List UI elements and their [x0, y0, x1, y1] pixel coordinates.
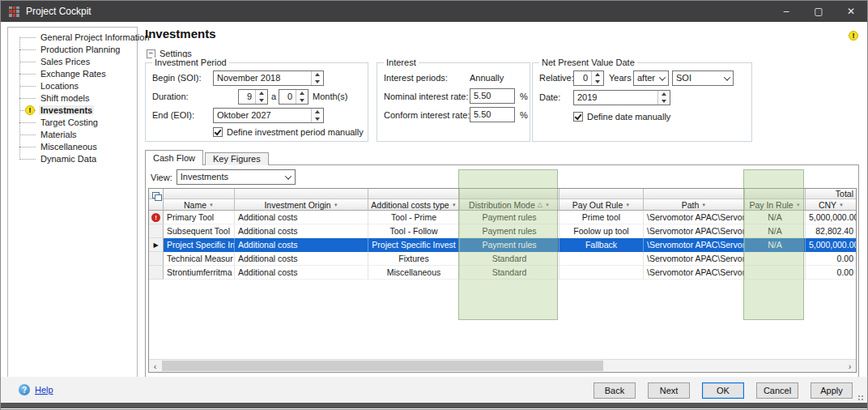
table-row[interactable]: Subsequent ToolAdditional costsTool - Fo…	[149, 224, 856, 238]
relative-label: Relative:	[539, 73, 574, 83]
spinner-arrows-icon[interactable]	[591, 71, 603, 85]
column-header-pay-in-rule[interactable]: Pay In Rule▼	[745, 199, 806, 211]
sidebar-item-exchange-rates[interactable]: Exchange Rates	[8, 68, 137, 80]
row-header-cell[interactable]	[149, 266, 164, 280]
sidebar-item-shift-models[interactable]: Shift models	[8, 92, 137, 105]
sidebar-item-target-costing[interactable]: Target Costing	[8, 117, 137, 129]
spinner-arrows-icon[interactable]	[296, 90, 308, 104]
filter-icon[interactable]: ▼	[452, 203, 457, 207]
scroll-left-icon[interactable]: ‹	[149, 360, 161, 372]
column-header-additional-costs-type[interactable]: Additional costs type▼	[368, 199, 460, 211]
begin-soi-spinner[interactable]: November 2018	[213, 70, 324, 86]
filter-icon[interactable]: ▼	[545, 203, 550, 207]
relative-spinner[interactable]: 0	[573, 70, 604, 86]
column-header-label: Name	[184, 200, 206, 210]
column-header-pay-out-rule[interactable]: Pay Out Rule▼	[560, 199, 644, 211]
cell-additional-costs-type: Tool - Prime	[368, 211, 460, 224]
close-icon[interactable]: ✕	[835, 1, 867, 22]
sidebar-item-investments[interactable]: !Investments	[8, 105, 137, 117]
help-label[interactable]: Help	[35, 385, 53, 395]
sidebar-item-general-project-information[interactable]: General Project Information	[8, 32, 137, 44]
table-row[interactable]: !Primary ToolAdditional costsTool - Prim…	[149, 211, 856, 224]
table-row[interactable]: ▶Project Specific InAdditional costsProj…	[149, 238, 856, 252]
chevron-down-icon[interactable]	[656, 71, 668, 85]
spinner-arrows-icon[interactable]	[657, 91, 670, 105]
nominal-rate-field[interactable]: 5.50	[470, 88, 515, 104]
chevron-down-icon[interactable]	[721, 71, 733, 85]
scroll-right-icon[interactable]: ›	[844, 360, 856, 372]
tab-cash-flow[interactable]: Cash Flow	[145, 150, 203, 165]
sidebar-item-materials[interactable]: Materials	[8, 129, 137, 141]
filter-icon[interactable]: ▼	[701, 203, 706, 207]
spinner-arrows-icon[interactable]	[311, 109, 323, 122]
cell-name: Project Specific In	[164, 238, 235, 252]
help-link[interactable]: ? Help	[19, 384, 53, 395]
row-header-cell[interactable]	[149, 224, 164, 238]
sidebar-item-miscellaneous[interactable]: Miscellaneous	[8, 141, 137, 153]
group-title: Investment Period	[152, 58, 229, 67]
sidebar-item-label: Investments	[39, 105, 94, 115]
end-eoi-spinner[interactable]: Oktober 2027	[213, 108, 324, 123]
sidebar-item-label: Exchange Rates	[39, 69, 108, 79]
reference-dropdown[interactable]: SOI	[672, 70, 734, 86]
view-row: View: Investments	[151, 169, 296, 185]
tab-key-figures[interactable]: Key Figures	[205, 152, 269, 165]
filter-icon[interactable]: ▼	[796, 203, 801, 207]
horizontal-scrollbar[interactable]: ‹ ›	[149, 359, 856, 372]
column-header-label: Path	[682, 200, 700, 210]
sidebar-item-locations[interactable]: Locations	[8, 80, 137, 92]
duration-years-spinner[interactable]: 9	[238, 89, 268, 105]
cell-path: \Servomotor APAC\Servomotor\ZB	[644, 252, 745, 266]
ok-button[interactable]: OK	[702, 382, 744, 399]
relative-value: 0	[574, 71, 591, 85]
help-icon: ?	[19, 384, 30, 395]
after-before-dropdown[interactable]: after	[633, 70, 669, 86]
apply-button[interactable]: Apply	[811, 382, 853, 399]
spinner-arrows-icon[interactable]	[255, 90, 267, 104]
cell-distribution-mode: Payment rules	[460, 224, 560, 238]
filter-icon[interactable]: ▼	[334, 203, 338, 207]
date-spinner[interactable]: 2019	[573, 90, 670, 105]
view-label: View:	[151, 173, 172, 182]
column-header-name[interactable]: Name▼	[164, 199, 235, 211]
next-button[interactable]: Next	[648, 382, 690, 399]
cancel-button[interactable]: Cancel	[756, 382, 798, 399]
maximize-icon[interactable]: ▢	[802, 1, 835, 22]
sidebar-item-production-planning[interactable]: Production Planning	[8, 44, 137, 56]
table-row[interactable]: StrontiumferritmaAdditional costsMiscell…	[149, 266, 856, 280]
sidebar-item-sales-prices[interactable]: Sales Prices	[8, 56, 137, 68]
column-header-distribution-mode[interactable]: Distribution Mode△▼	[460, 199, 560, 211]
sort-asc-icon[interactable]: △	[538, 201, 542, 208]
cell-pay-in-rule: N/A	[745, 211, 806, 224]
back-button[interactable]: Back	[594, 382, 636, 399]
filter-icon[interactable]: ▼	[625, 203, 630, 207]
duration-label: Duration:	[152, 92, 189, 101]
row-header-cell[interactable]: !	[149, 211, 164, 224]
duration-years-value: 9	[239, 90, 255, 104]
filter-icon[interactable]: ▼	[839, 203, 844, 207]
scrollbar-thumb[interactable]	[162, 361, 603, 371]
column-header-path[interactable]: Path▼	[644, 199, 745, 211]
duration-months-spinner[interactable]: 0	[279, 89, 308, 105]
card-view-icon[interactable]	[152, 192, 162, 201]
filter-icon[interactable]: ▼	[209, 203, 214, 207]
column-header-cny[interactable]: CNY▼	[806, 199, 857, 211]
view-dropdown[interactable]: Investments	[177, 169, 296, 185]
cell-cny: 0.00	[806, 266, 857, 280]
define-date-checkbox[interactable]	[573, 112, 583, 122]
column-header-investment-origin[interactable]: Investment Origin▼	[235, 199, 368, 211]
minimize-icon[interactable]: –	[770, 1, 802, 22]
conform-rate-field[interactable]: 5.50	[470, 107, 515, 122]
column-header-label: Pay In Rule	[749, 200, 793, 210]
sidebar-item-label: Target Costing	[39, 117, 100, 127]
row-header-cell[interactable]	[149, 252, 164, 266]
cell-cny: 0.00	[806, 252, 857, 266]
collapse-icon[interactable]: −	[147, 49, 155, 58]
sidebar-item-dynamic-data[interactable]: Dynamic Data	[8, 153, 137, 165]
define-investment-period-checkbox[interactable]	[213, 127, 223, 137]
chevron-down-icon[interactable]	[283, 170, 295, 184]
row-header-cell[interactable]: ▶	[149, 238, 164, 252]
table-row[interactable]: Technical MeasurAdditional costsFixtures…	[149, 252, 856, 266]
spinner-arrows-icon[interactable]	[311, 71, 323, 85]
resize-grip[interactable]	[857, 394, 865, 402]
